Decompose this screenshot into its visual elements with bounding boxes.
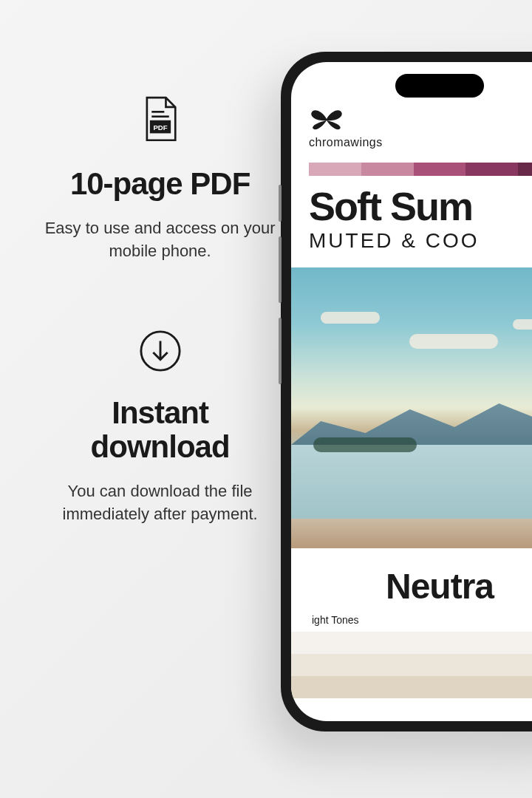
tone-label: ight Tones <box>309 614 532 626</box>
pdf-title: 10-page PDF <box>70 167 250 201</box>
product-title: Soft Sum <box>309 186 532 226</box>
download-subtitle: You can download the file immediately af… <box>44 480 276 526</box>
color-swatch <box>309 163 361 176</box>
color-swatch <box>414 163 466 176</box>
svg-text:PDF: PDF <box>153 123 167 132</box>
tone-swatches <box>309 632 532 698</box>
brand-logo: chromawings <box>309 106 532 149</box>
brand-name: chromawings <box>309 136 383 149</box>
tone-swatch <box>291 676 532 698</box>
color-swatch <box>361 163 414 176</box>
pdf-subtitle: Easy to use and access on your mobile ph… <box>44 217 276 263</box>
section-title: Neutra <box>309 566 532 607</box>
pdf-feature: PDF 10-page PDF Easy to use and access o… <box>44 96 276 263</box>
pdf-icon: PDF <box>140 96 180 146</box>
download-icon <box>139 330 182 375</box>
product-subtitle: MUTED & COO <box>309 229 532 253</box>
landscape-illustration <box>291 267 532 548</box>
tone-swatch <box>291 654 532 676</box>
color-swatch <box>466 163 518 176</box>
marketing-features: PDF 10-page PDF Easy to use and access o… <box>0 0 298 798</box>
phone-mockup: chromawings Soft Sum MUTED & COO <box>281 52 532 732</box>
tone-swatch <box>291 632 532 654</box>
download-feature: Instant download You can download the fi… <box>44 330 276 526</box>
butterfly-icon <box>309 106 344 133</box>
color-palette-strip <box>309 163 532 176</box>
color-swatch <box>518 163 532 176</box>
phone-screen: chromawings Soft Sum MUTED & COO <box>291 62 532 721</box>
dynamic-island <box>395 74 484 98</box>
download-title: Instant download <box>44 396 276 464</box>
phone-frame: chromawings Soft Sum MUTED & COO <box>281 52 532 732</box>
